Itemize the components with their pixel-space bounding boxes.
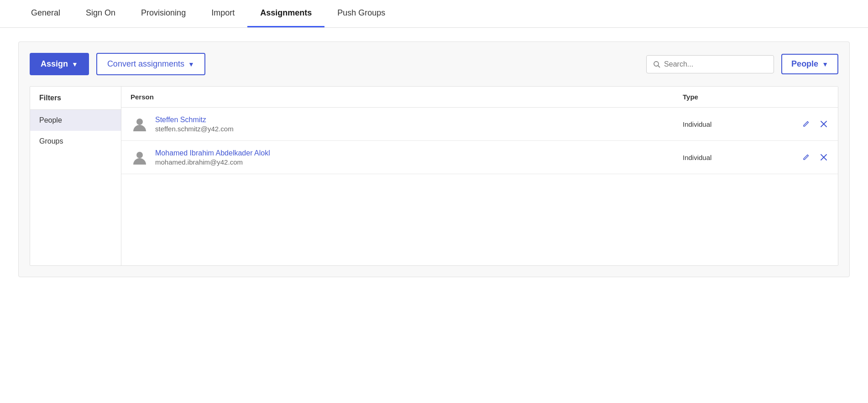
assign-chevron-icon: ▼ <box>72 61 78 68</box>
tab-assignments[interactable]: Assignments <box>247 0 324 27</box>
svg-line-1 <box>658 66 660 67</box>
tab-push-groups[interactable]: Push Groups <box>324 0 398 27</box>
toolbar: Assign ▼ Convert assignments ▼ People ▼ <box>30 53 838 75</box>
filter-item-groups[interactable]: Groups <box>30 131 121 152</box>
search-input[interactable] <box>664 60 767 68</box>
type-cell-1: Individual <box>683 120 774 128</box>
table-empty-area <box>121 174 838 265</box>
convert-label: Convert assignments <box>107 59 184 69</box>
convert-assignments-button[interactable]: Convert assignments ▼ <box>96 53 205 75</box>
content-card: Assign ▼ Convert assignments ▼ People ▼ <box>18 41 850 277</box>
person-info-1: Steffen Schmitz steffen.schmitz@y42.com <box>155 116 234 133</box>
people-chevron-icon: ▼ <box>822 61 828 68</box>
tab-sign-on[interactable]: Sign On <box>73 0 128 27</box>
main-content: Assign ▼ Convert assignments ▼ People ▼ <box>0 28 868 291</box>
person-name-1[interactable]: Steffen Schmitz <box>155 116 234 124</box>
filter-item-people[interactable]: People <box>30 110 121 131</box>
table-area: Person Type <box>121 87 838 265</box>
column-header-extra <box>810 93 829 101</box>
action-cell-2 <box>810 152 829 163</box>
column-header-person: Person <box>131 93 683 101</box>
filters-sidebar: Filters People Groups <box>30 87 121 265</box>
tab-import[interactable]: Import <box>199 0 247 27</box>
svg-point-5 <box>136 152 143 158</box>
person-cell-2: Mohamed Ibrahim Abdelkader Alokl mohamed… <box>131 148 683 166</box>
assign-label: Assign <box>41 59 68 69</box>
filters-header: Filters <box>30 87 121 110</box>
convert-chevron-icon: ▼ <box>188 61 194 68</box>
column-header-actions <box>774 93 810 101</box>
table-header: Person Type <box>121 87 838 108</box>
svg-point-2 <box>136 119 143 125</box>
remove-button-2[interactable] <box>819 152 829 162</box>
avatar-2 <box>131 148 149 166</box>
search-icon <box>653 61 660 68</box>
person-info-2: Mohamed Ibrahim Abdelkader Alokl mohamed… <box>155 149 270 166</box>
people-label: People <box>791 59 818 69</box>
person-cell-1: Steffen Schmitz steffen.schmitz@y42.com <box>131 115 683 133</box>
type-cell-2: Individual <box>683 154 774 161</box>
person-name-2[interactable]: Mohamed Ibrahim Abdelkader Alokl <box>155 149 270 157</box>
people-filter-button[interactable]: People ▼ <box>781 54 838 74</box>
tab-provisioning[interactable]: Provisioning <box>128 0 199 27</box>
edit-button-1[interactable] <box>800 119 811 129</box>
action-cell-1 <box>810 119 829 129</box>
table-row: Steffen Schmitz steffen.schmitz@y42.com … <box>121 108 838 141</box>
edit-button-2[interactable] <box>800 152 811 163</box>
person-email-1: steffen.schmitz@y42.com <box>155 125 234 133</box>
remove-button-1[interactable] <box>819 119 829 129</box>
tabs-bar: General Sign On Provisioning Import Assi… <box>0 0 868 28</box>
tab-general[interactable]: General <box>18 0 73 27</box>
person-email-2: mohamed.ibrahim@y42.com <box>155 158 270 166</box>
table-row: Mohamed Ibrahim Abdelkader Alokl mohamed… <box>121 141 838 174</box>
column-header-type: Type <box>683 93 774 101</box>
avatar-1 <box>131 115 149 133</box>
search-box <box>646 55 774 73</box>
body-layout: Filters People Groups Person Type <box>30 86 838 266</box>
assign-button[interactable]: Assign ▼ <box>30 53 89 75</box>
